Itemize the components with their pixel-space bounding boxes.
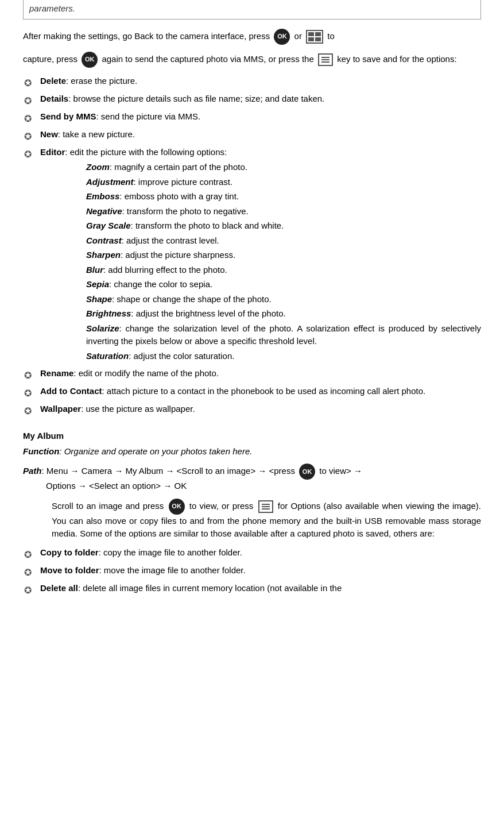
sub-list-item: Contrast: adjust the contrast level. bbox=[40, 234, 481, 248]
bullet-icon: ✪ bbox=[24, 112, 36, 126]
bullet-icon: ✪ bbox=[24, 566, 36, 580]
sub-list-item: Negative: transform the photo to negativ… bbox=[40, 205, 481, 218]
top-note: parameters. bbox=[23, 0, 481, 20]
item-rest: : edit or modify the name of the photo. bbox=[73, 368, 219, 378]
list-item: ✪ Delete: erase the picture. bbox=[23, 75, 481, 90]
list-item: ✪ New: take a new picture. bbox=[23, 128, 481, 144]
item-rest: : browse the picture details such as fil… bbox=[68, 94, 324, 103]
sub-list-item: Emboss: emboss photo with a gray tint. bbox=[40, 190, 481, 203]
list-item: ✪ Move to folder: move the image file to… bbox=[23, 564, 481, 580]
sub-list-item: Sepia: change the color to sepia. bbox=[40, 278, 481, 291]
ok-button-icon: OK bbox=[274, 29, 290, 45]
item-bold: Send by MMS bbox=[40, 111, 96, 121]
item-rest: : take a new picture. bbox=[58, 129, 135, 139]
item-rest: : edit the picture with the following op… bbox=[65, 147, 227, 157]
item-bold: Add to Contact bbox=[40, 386, 102, 396]
menu-key-icon bbox=[318, 53, 333, 66]
editor-sublist: Zoom: magnify a certain part of the phot… bbox=[40, 161, 481, 362]
indent-paragraph: Scroll to an image and press OK to view,… bbox=[23, 499, 481, 541]
my-album-heading: My Album bbox=[23, 430, 481, 443]
options-list: ✪ Delete: erase the picture. ✪ Details: … bbox=[23, 75, 481, 419]
list-item: ✪ Send by MMS: send the picture via MMS. bbox=[23, 110, 481, 126]
sub-list-item: Sharpen: adjust the picture sharpness. bbox=[40, 249, 481, 262]
bullet-icon: ✪ bbox=[24, 548, 36, 562]
bullet-icon: ✪ bbox=[24, 130, 36, 144]
item-rest: : move the image file to another folder. bbox=[99, 565, 246, 575]
list-item: ✪ Add to Contact: attach picture to a co… bbox=[23, 385, 481, 400]
item-rest: : erase the picture. bbox=[66, 76, 137, 86]
item-bold: Details bbox=[40, 94, 68, 103]
item-bold: New bbox=[40, 129, 58, 139]
para2-pre-text: capture, press bbox=[23, 53, 77, 63]
sub-list-item: Adjustment: improve picture contrast. bbox=[40, 176, 481, 189]
function-label: Function bbox=[23, 446, 59, 456]
list-item: ✪ Delete all: delete all image files in … bbox=[23, 582, 481, 597]
para1-or-text: or bbox=[294, 30, 302, 40]
item-rest: : copy the image file to another folder. bbox=[99, 547, 242, 557]
sub-list-item: Zoom: magnify a certain part of the phot… bbox=[40, 161, 481, 174]
item-bold: Move to folder bbox=[40, 565, 99, 575]
item-bold: Rename bbox=[40, 368, 73, 378]
item-rest: : use the picture as wallpaper. bbox=[81, 404, 195, 414]
sub-list-item: Solarize: change the solarization level … bbox=[40, 322, 481, 348]
bullet-icon: ✪ bbox=[24, 148, 36, 161]
list-item: ✪ Copy to folder: copy the image file to… bbox=[23, 546, 481, 562]
bullet-icon: ✪ bbox=[24, 76, 36, 90]
options-key-icon bbox=[258, 500, 273, 513]
sub-list-item: Blur: add blurring effect to the photo. bbox=[40, 264, 481, 277]
capture-ok-icon: OK bbox=[82, 52, 98, 68]
item-bold: Wallpaper bbox=[40, 404, 81, 414]
para1-to-text: to bbox=[327, 30, 335, 40]
grid-button-icon bbox=[306, 30, 323, 44]
function-line: Function: Organize and operate on your p… bbox=[23, 445, 481, 458]
paragraph-2: capture, press OK again to send the capt… bbox=[23, 52, 481, 68]
final-options-list: ✪ Copy to folder: copy the image file to… bbox=[23, 546, 481, 597]
sub-list-item: Gray Scale: transform the photo to black… bbox=[40, 219, 481, 233]
bullet-icon: ✪ bbox=[24, 387, 36, 400]
bullet-icon: ✪ bbox=[24, 584, 36, 597]
path-ok-icon: OK bbox=[299, 464, 315, 480]
list-item: ✪ Wallpaper: use the picture as wallpape… bbox=[23, 403, 481, 418]
list-item: ✪ Details: browse the picture details su… bbox=[23, 92, 481, 108]
my-album-heading-text: My Album bbox=[23, 431, 64, 441]
bullet-icon: ✪ bbox=[24, 369, 36, 383]
bullet-icon: ✪ bbox=[24, 94, 36, 108]
item-rest: : attach picture to a contact in the pho… bbox=[102, 386, 425, 396]
item-bold: Delete all bbox=[40, 583, 78, 593]
top-note-text: parameters. bbox=[29, 3, 75, 13]
list-item: ✪ Editor: edit the picture with the foll… bbox=[23, 146, 481, 365]
item-bold: Copy to folder bbox=[40, 547, 99, 557]
path-label: Path bbox=[23, 466, 42, 476]
sub-list-item: Brightness: adjust the brightness level … bbox=[40, 307, 481, 321]
item-bold: Editor bbox=[40, 147, 65, 157]
item-rest: : send the picture via MMS. bbox=[96, 111, 201, 121]
function-text: : Organize and operate on your photos ta… bbox=[59, 446, 252, 456]
item-bold: Delete bbox=[40, 76, 66, 86]
sub-list-item: Shape: shape or change the shape of the … bbox=[40, 293, 481, 306]
para2-mid-text: again to send the captured photo via MMS… bbox=[102, 53, 313, 63]
scroll-ok-icon: OK bbox=[169, 499, 185, 515]
list-item: ✪ Rename: edit or modify the name of the… bbox=[23, 367, 481, 383]
paragraph-1: After making the settings, go Back to th… bbox=[23, 29, 481, 45]
sub-list-item: Saturation: adjust the color saturation. bbox=[40, 350, 481, 363]
bullet-icon: ✪ bbox=[24, 404, 36, 418]
item-rest: : delete all image files in current memo… bbox=[78, 583, 342, 593]
para2-key-text: key to save and for the options: bbox=[337, 53, 456, 63]
para1-pre-text: After making the settings, go Back to th… bbox=[23, 30, 270, 40]
path-line: Path: Menu → Camera → My Album → <Scroll… bbox=[23, 464, 481, 493]
